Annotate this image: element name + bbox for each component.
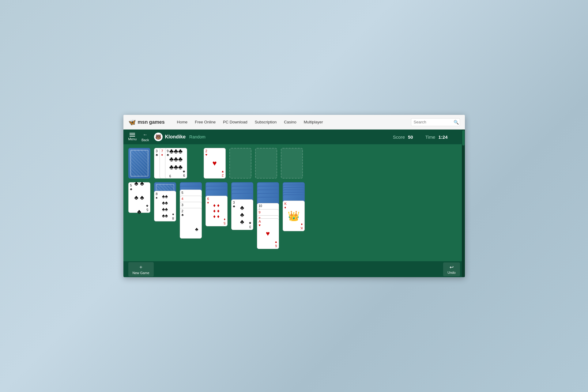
stock-pile[interactable] [128,148,150,179]
new-game-button[interactable]: ＋ New Game [128,262,154,277]
game-mode: Random [189,134,205,139]
card-6d[interactable]: 6♦ ♦ ♦♦ ♦♦ ♦ 5♦ [205,196,228,226]
card-table: 3♣ 3♣ 7♦ 7♦ 9♣ ♣♣♣♣♣♣♣♣♣6 9♣ [123,144,465,261]
game-name: Klondike [165,134,186,140]
foundation-2[interactable] [229,148,251,179]
game-header: Menu ← Back 🐻 Klondike Random Score 50 T… [123,130,465,144]
back-icon: ← [143,132,148,138]
browser-window: 🦋 msn games Home Free Online PC Download… [123,115,465,277]
score-value: 50 [408,134,413,140]
nav-casino[interactable]: Casino [284,120,296,124]
msn-logo-icon: 🦋 [128,119,136,126]
card-king[interactable]: K♦ 👑 K♦ [283,201,305,231]
search-box: 🔍 [411,118,460,126]
card-ah[interactable]: A♥ ♥ 6♥ [257,218,279,249]
tableau: 5♣ ♣ ♣♣ ♣ ♣ 5♣ 8♠ ♠♠♠♠♠ [128,182,460,250]
time-value: 1:24 [438,134,447,140]
undo-button[interactable]: ↩ Undo [443,262,460,276]
undo-label: Undo [447,271,455,274]
card-5c[interactable]: 5♣ ♣ ♣♣ ♣ ♣ 5♣ [128,182,150,213]
search-input[interactable] [414,120,454,124]
nav-subscription[interactable]: Subscription [255,120,277,124]
scrollbar-thumb[interactable] [462,130,465,145]
tableau-col-5: 3♣ ♣♣♣ 3♣ [231,182,253,243]
tableau-col-3: 5♠ 4♥ 3♠ 2♣ ♣ [180,182,202,243]
tableau-col-2: 8♠ ♠♠♠♠♠♠♠♠ 8♠ [154,182,176,234]
undo-icon: ↩ [450,264,454,270]
time-label: Time [425,134,435,140]
game-stats: Score 50 Time 1:24 [393,134,448,140]
score-stat: Score 50 [393,134,413,140]
nav-links: Home Free Online PC Download Subscriptio… [177,120,405,124]
tableau-col-7: K♦ 👑 K♦ [283,182,305,250]
nav-pc-download[interactable]: PC Download [223,120,247,124]
browser-toolbar: 🦋 msn games Home Free Online PC Download… [123,115,465,130]
game-logo-icon: 🐻 [154,133,163,141]
score-label: Score [393,134,405,140]
tableau-col-1: 5♣ ♣ ♣♣ ♣ ♣ 5♣ [128,182,150,225]
new-game-icon: ＋ [138,264,143,270]
nav-home[interactable]: Home [177,120,188,124]
tableau-col-4: 6♦ ♦ ♦♦ ♦♦ ♦ 5♦ [205,182,228,243]
bottom-bar: ＋ New Game ↩ Undo [123,261,465,277]
time-stat: Time 1:24 [425,134,448,140]
game-title-area: 🐻 Klondike Random [154,133,205,141]
menu-button[interactable]: Menu [128,133,137,141]
back-label: Back [141,138,149,142]
foundation-3[interactable] [255,148,277,179]
nav-free-online[interactable]: Free Online [195,120,216,124]
nav-multiplayer[interactable]: Multiplayer [304,120,323,124]
game-container: Menu ← Back 🐻 Klondike Random Score 50 T… [123,130,465,277]
top-row: 3♣ 3♣ 7♦ 7♦ 9♣ ♣♣♣♣♣♣♣♣♣6 9♣ [128,148,460,179]
card-8s[interactable]: 8♠ ♠♠♠♠♠♠♠♠ 8♠ [154,191,176,221]
msn-logo[interactable]: 🦋 msn games [128,119,165,126]
waste-pile[interactable]: 3♣ 3♣ 7♦ 7♦ 9♣ ♣♣♣♣♣♣♣♣♣6 9♣ [154,148,188,179]
foundation-2h[interactable]: 2♥ ♥ 2♥ [204,148,226,179]
foundation-4[interactable] [281,148,303,179]
card-3c[interactable]: 3♣ ♣♣♣ 3♣ [231,199,253,230]
tableau-col-6: 10♠ 9♥ 8♥ A♥ ♥ 6♥ [257,182,279,250]
search-icon[interactable]: 🔍 [454,120,459,125]
scrollbar[interactable] [462,130,465,277]
card-2c[interactable]: 2♣ ♣ [180,208,202,239]
new-game-label: New Game [133,271,149,275]
site-name: msn games [138,119,165,125]
back-button[interactable]: ← Back [141,132,149,142]
menu-label: Menu [128,137,137,141]
menu-icon [130,133,135,137]
